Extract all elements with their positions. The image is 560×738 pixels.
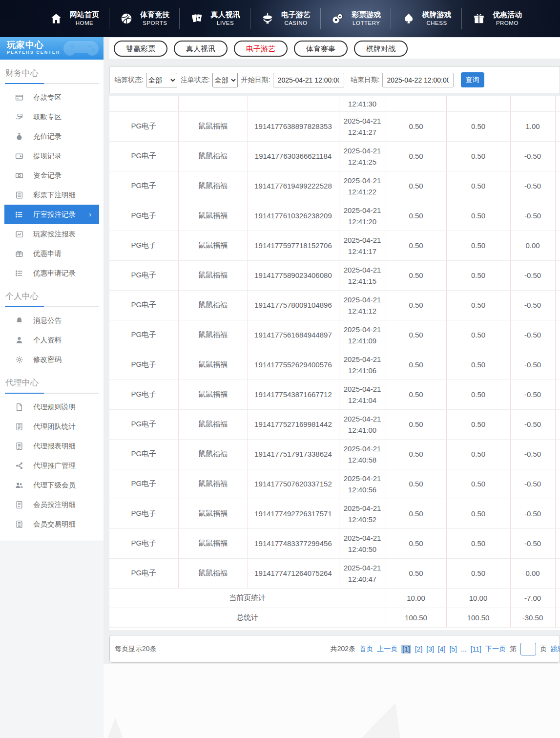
nav-item-home[interactable]: 网站首页HOME <box>49 10 99 26</box>
nav-item-lives[interactable]: 真人视讯LIVES <box>190 10 240 26</box>
person-icon <box>15 336 23 344</box>
platform-cell: PG电子 <box>109 439 178 469</box>
main-content: 雙赢彩票 真人视讯 电子游艺 体育赛事 棋牌对战 结算状态: 全部 注单状态: … <box>104 37 560 738</box>
sidebar-item-agent-rules[interactable]: 代理规则说明 <box>0 397 104 417</box>
tab-sports-events[interactable]: 体育赛事 <box>294 41 348 57</box>
game-cell: 鼠鼠福福 <box>178 499 248 528</box>
valid-bet-cell: 0.50 <box>446 260 510 290</box>
end-date-label: 结束日期: <box>351 76 380 84</box>
order-no-cell: 1914177552629400576 <box>248 350 339 380</box>
jump-prefix-label: 第 <box>510 645 517 654</box>
sidebar-item-deposit-zone[interactable]: 存款专区 <box>0 87 104 107</box>
game-cell: 鼠鼠福福 <box>178 290 248 320</box>
sidebar-item-promo-application[interactable]: 优惠申请 <box>0 244 104 263</box>
bet-amount-cell: 0.50 <box>386 528 446 558</box>
sidebar-item-member-bet-details[interactable]: 会员投注明细 <box>0 495 104 514</box>
tab-shuangying-lottery[interactable]: 雙赢彩票 <box>114 41 167 57</box>
datetime-cell: 2025-04-21 12:40:47 <box>339 558 386 588</box>
datetime-cell: 2025-04-21 12:41:00 <box>339 409 386 439</box>
game-cell: 鼠鼠福福 <box>178 528 248 558</box>
page-link-3[interactable]: [3] <box>426 645 434 653</box>
platform-cell: PG电子 <box>109 231 178 260</box>
sidebar-item-withdraw-zone[interactable]: 取款专区 <box>0 107 104 127</box>
game-cell: 鼠鼠福福 <box>178 350 248 380</box>
sidebar-item-messages[interactable]: 消息公告 <box>0 311 104 330</box>
win-loss-cell: -0.50 <box>510 290 555 320</box>
table-row: PG电子 鼠鼠福福 1914177561684944897 2025-04-21… <box>109 320 560 350</box>
datetime-cell: 2025-04-21 12:41:20 <box>339 201 386 231</box>
platform-cell: PG电子 <box>109 290 178 320</box>
report-icon <box>15 422 23 431</box>
sidebar-item-funds-records[interactable]: 资金记录 <box>0 166 104 185</box>
next-page-link[interactable]: 下一页 <box>485 645 506 654</box>
document-lines-icon <box>15 520 23 528</box>
tab-live-video[interactable]: 真人视讯 <box>174 41 228 57</box>
sidebar-item-agent-team-stats[interactable]: 代理团队统计 <box>0 417 104 436</box>
page-summary-label: 当前页统计 <box>109 588 386 608</box>
win-loss-cell: 0.00 <box>510 558 555 588</box>
valid-bet-cell: 0.50 <box>446 290 510 320</box>
table-row: PG电子 鼠鼠福福 1914177619499222528 2025-04-21… <box>109 171 560 201</box>
page-link-4[interactable]: [4] <box>438 645 446 653</box>
jump-go-link[interactable]: 跳转 <box>551 645 560 654</box>
prev-page-link[interactable]: 上一页 <box>377 645 397 654</box>
jump-page-input[interactable] <box>520 643 536 655</box>
win-loss-cell: -0.50 <box>510 141 555 171</box>
order-no-cell: 1914177507620337152 <box>248 469 339 499</box>
settle-status-select[interactable]: 全部 <box>146 73 177 87</box>
sidebar-item-hall-bet-records[interactable]: 厅室投注记录 › <box>4 205 99 224</box>
page-ellipsis: ... <box>461 645 467 653</box>
sidebar-item-player-bet-report[interactable]: 玩家投注报表 <box>0 224 104 244</box>
page-link-5[interactable]: [5] <box>449 645 457 653</box>
platform-cell: PG电子 <box>109 469 178 499</box>
sidebar-item-change-password[interactable]: 修改密码 <box>0 350 104 369</box>
table-row: PG电子 鼠鼠福福 1914177638897828353 2025-04-21… <box>109 111 560 141</box>
table-row: PG电子 鼠鼠福福 1914177578009104896 2025-04-21… <box>109 290 560 320</box>
nav-item-promo[interactable]: 优惠活动PROMO <box>472 10 522 26</box>
nav-item-casino[interactable]: 电子游艺CASINO <box>260 10 311 26</box>
jump-suffix-label: 页 <box>540 645 547 654</box>
page-link-2[interactable]: [2] <box>415 645 423 653</box>
document-icon <box>15 403 23 411</box>
sidebar-item-promo-application-records[interactable]: 优惠申请记录 <box>0 263 104 283</box>
section-rule <box>5 306 99 307</box>
sidebar-item-agent-sub-members[interactable]: 代理下级会员 <box>0 475 104 495</box>
order-status-select[interactable]: 全部 <box>212 73 238 87</box>
search-button[interactable]: 查询 <box>461 72 484 87</box>
nav-item-lottery[interactable]: 彩票游戏LOTTERY <box>331 10 381 26</box>
sidebar-item-lottery-bet-details[interactable]: 彩票下注明细 <box>0 185 104 205</box>
pager: 共202条 首页 上一页 [1] [2] [3] [4] [5] ... [11… <box>331 635 560 662</box>
nav-label-en: LOTTERY <box>353 20 380 26</box>
page-summary-valid: 10.00 <box>446 588 510 608</box>
platform-cell: PG电子 <box>109 499 178 528</box>
partial-time-cell: 12:41:30 <box>339 96 386 111</box>
wallet-icon <box>15 152 23 160</box>
valid-bet-cell: 0.50 <box>446 528 510 558</box>
nav-item-sports[interactable]: 体育竞技SPORTS <box>119 10 169 26</box>
bet-records-table: 12:41:30 PG电子 鼠鼠福福 1914177638897828353 2… <box>109 96 560 628</box>
nav-label-en: CASINO <box>284 20 307 26</box>
sidebar-item-recharge-records[interactable]: 充值记录 <box>0 127 104 146</box>
page-link-11[interactable]: [11] <box>471 645 481 653</box>
end-date-input[interactable] <box>382 73 454 87</box>
bet-amount-cell: 0.50 <box>386 111 446 141</box>
nav-divider <box>320 8 321 29</box>
valid-bet-cell: 0.50 <box>446 320 510 350</box>
nav-item-chess[interactable]: 棋牌游戏CHESS <box>401 10 452 26</box>
page-link-1[interactable]: [1] <box>401 645 411 654</box>
tab-chess-battle[interactable]: 棋牌对战 <box>354 41 408 57</box>
start-date-input[interactable] <box>273 73 344 87</box>
playing-cards-icon <box>190 11 205 26</box>
bet-amount-cell: 0.50 <box>386 171 446 201</box>
sidebar-item-agent-promotion[interactable]: 代理推广管理 <box>0 456 104 475</box>
sidebar-item-member-transaction-details[interactable]: 会员交易明细 <box>0 514 104 534</box>
first-page-link[interactable]: 首页 <box>359 645 373 654</box>
tab-electronic-games[interactable]: 电子游艺 <box>234 41 288 57</box>
sidebar-item-agent-report-details[interactable]: 代理报表明细 <box>0 436 104 456</box>
bet-amount-cell: 0.50 <box>386 201 446 231</box>
sidebar-item-withdrawal-records[interactable]: 提现记录 <box>0 146 104 166</box>
valid-bet-cell: 0.50 <box>446 201 510 231</box>
sidebar-item-profile[interactable]: 个人资料 <box>0 330 104 350</box>
footer-background <box>104 664 560 738</box>
bet-amount-cell: 0.50 <box>386 320 446 350</box>
